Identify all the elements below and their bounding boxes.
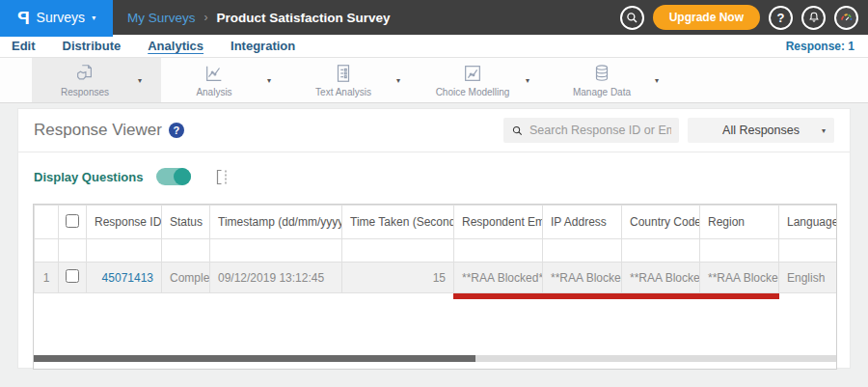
filter-cell[interactable]	[342, 239, 454, 263]
breadcrumb-my-surveys[interactable]: My Surveys	[127, 11, 196, 25]
chevron-down-icon: ▾	[822, 126, 826, 135]
header-label: Time Taken (Seconds)	[350, 215, 454, 229]
tab-analytics[interactable]: Analytics	[148, 39, 203, 53]
cell-response-id: 45071413	[87, 263, 162, 293]
questionpro-logo-icon: P	[17, 9, 30, 27]
cell-timestamp: 09/12/2019 13:12:45	[210, 263, 342, 293]
toolbar-item-label: Choice Modelling	[436, 87, 510, 97]
filter-cell	[59, 239, 87, 263]
filter-cell[interactable]	[87, 239, 162, 263]
topbar: P Surveys ▾ My Surveys › Product Satisfa…	[0, 0, 868, 35]
cell-language: English	[779, 263, 837, 293]
product-label: Surveys	[37, 10, 86, 25]
response-search-box	[503, 118, 679, 143]
chevron-down-icon[interactable]: ▾	[267, 76, 290, 85]
toolbar-item-choice-modelling[interactable]: Choice Modelling ▾	[420, 58, 549, 102]
header-label: IP Address	[551, 215, 607, 229]
header-label: Response ID	[95, 215, 161, 229]
toolbar-item-text-analysis[interactable]: Text Analysis ▾	[290, 58, 420, 102]
chevron-down-icon[interactable]: ▾	[526, 76, 549, 85]
toolbar-item-manage-data[interactable]: Manage Data ▾	[549, 58, 678, 102]
response-count-label: Response: 1	[786, 40, 854, 53]
responses-table-container: Response ID▼ Status Timestamp (dd/mm/yyy…	[33, 204, 837, 370]
choice-modelling-icon	[462, 63, 483, 84]
analysis-icon	[203, 63, 225, 84]
header-ip-address[interactable]: IP Address	[543, 206, 622, 239]
filter-cell	[35, 239, 59, 263]
analytics-toolbar: Responses ▾ Analysis ▾ Text Analysis ▾ C…	[0, 58, 868, 103]
filter-selected-value: All Responses	[722, 124, 800, 137]
header-label: Country Code	[630, 215, 700, 229]
header-checkbox-cell	[59, 206, 87, 239]
horizontal-scrollbar[interactable]	[34, 355, 836, 362]
freeze-columns-icon[interactable]	[216, 169, 230, 185]
toolbar-item-responses[interactable]: Responses ▾	[32, 58, 161, 102]
display-questions-toggle[interactable]	[156, 168, 191, 185]
header-language[interactable]: Language	[779, 206, 837, 239]
header-respondent-email[interactable]: Respondent Email	[454, 206, 543, 239]
scrollbar-thumb[interactable]	[34, 355, 475, 362]
tab-edit[interactable]: Edit	[12, 39, 36, 53]
select-all-checkbox[interactable]	[66, 214, 79, 228]
filter-cell[interactable]	[210, 239, 342, 263]
header-response-id[interactable]: Response ID▼	[87, 206, 162, 239]
toolbar-item-label: Analysis	[196, 87, 231, 97]
cell-status: Completed	[162, 263, 210, 293]
filter-cell[interactable]	[700, 239, 779, 263]
header-row-number	[35, 206, 59, 239]
row-number: 1	[35, 263, 59, 293]
header-label: Language	[787, 215, 837, 229]
breadcrumb-survey-title: Product Satisfaction Survey	[217, 11, 391, 25]
bell-icon	[807, 11, 821, 24]
header-time-taken[interactable]: Time Taken (Seconds)⇅	[342, 206, 454, 239]
survey-nav-bar: Edit Distribute Analytics Integration Re…	[0, 35, 868, 58]
cell-country-code: **RAA Blocked**	[622, 263, 700, 293]
table-header-row: Response ID▼ Status Timestamp (dd/mm/yyy…	[35, 206, 837, 239]
annotation-red-underline	[453, 293, 779, 299]
manage-data-icon	[591, 63, 612, 84]
header-label: Region	[708, 215, 745, 229]
filter-cell[interactable]	[454, 239, 543, 263]
filter-cell[interactable]	[622, 239, 700, 263]
search-button[interactable]	[620, 6, 644, 30]
header-country-code[interactable]: Country Code	[622, 206, 700, 239]
help-button[interactable]: ?	[769, 6, 793, 30]
chevron-down-icon[interactable]: ▾	[138, 76, 161, 85]
response-viewer-panel: Response Viewer ? All Responses ▾ Displa…	[17, 108, 851, 369]
logo-accent-line	[0, 35, 113, 37]
topbar-actions: Upgrade Now ?	[620, 5, 868, 30]
account-avatar[interactable]	[834, 6, 858, 30]
chevron-down-icon[interactable]: ▾	[396, 76, 420, 85]
response-id-link[interactable]: 45071413	[102, 271, 153, 285]
header-label: Status	[170, 215, 203, 229]
tab-integration[interactable]: Integration	[231, 39, 295, 53]
help-icon[interactable]: ?	[169, 123, 184, 138]
chevron-down-icon[interactable]: ▾	[655, 76, 678, 85]
filter-cell[interactable]	[779, 239, 837, 263]
tab-distribute[interactable]: Distribute	[63, 39, 122, 53]
filter-cell[interactable]	[543, 239, 622, 263]
toolbar-item-analysis[interactable]: Analysis ▾	[161, 58, 290, 102]
toolbar-item-label: Text Analysis	[315, 87, 371, 97]
search-icon	[625, 11, 639, 25]
header-timestamp[interactable]: Timestamp (dd/mm/yyyy)⇅	[210, 206, 342, 239]
upgrade-now-button[interactable]: Upgrade Now	[653, 5, 760, 30]
cell-respondent-email: **RAA Blocked**	[454, 263, 543, 293]
filter-cell[interactable]	[162, 239, 210, 263]
search-response-input[interactable]	[529, 124, 671, 137]
search-icon	[511, 124, 524, 137]
row-checkbox-cell	[59, 263, 87, 293]
question-mark-glyph: ?	[174, 124, 180, 136]
display-questions-label: Display Questions	[34, 170, 143, 184]
toolbar-item-label: Responses	[61, 87, 109, 97]
responses-table: Response ID▼ Status Timestamp (dd/mm/yyy…	[34, 205, 837, 293]
cell-region: **RAA Blocked**	[700, 263, 779, 293]
row-checkbox[interactable]	[66, 269, 79, 283]
notifications-button[interactable]	[801, 6, 826, 30]
surveys-product-menu[interactable]: P Surveys ▾	[0, 0, 113, 35]
response-filter-dropdown[interactable]: All Responses ▾	[688, 118, 834, 143]
header-region[interactable]: Region	[700, 206, 779, 239]
header-label: Respondent Email	[462, 215, 543, 229]
header-status[interactable]: Status	[162, 206, 210, 239]
filter-row	[35, 239, 837, 263]
